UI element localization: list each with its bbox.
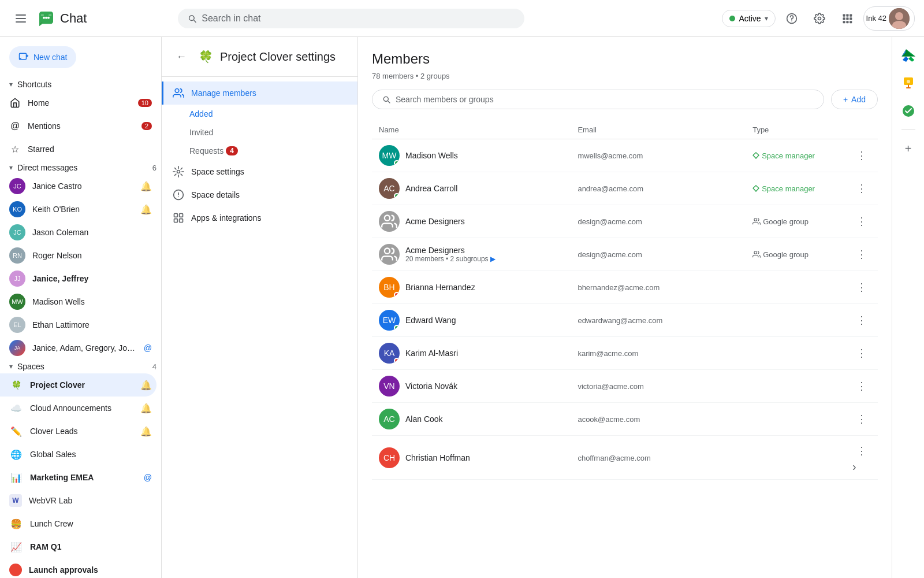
dm-section[interactable]: ▾ Direct messages 6 bbox=[0, 161, 161, 175]
member-more-button[interactable]: ⋮ bbox=[852, 344, 871, 362]
member-name-cell: AC Alan Cook bbox=[372, 403, 571, 436]
sidebar-item-janice-castro[interactable]: JC Janice Castro 🔔 bbox=[0, 175, 157, 198]
logo-wrap: Chat bbox=[37, 9, 87, 28]
member-info: KA Karim Al-Masri bbox=[379, 343, 564, 364]
member-initials: VN bbox=[383, 381, 394, 391]
new-chat-icon bbox=[18, 52, 29, 62]
member-email: victoria@acme.com bbox=[578, 382, 643, 391]
help-button[interactable] bbox=[780, 7, 803, 30]
sidebar-item-group-chat[interactable]: JA Janice, Adam, Gregory, Jose... @ bbox=[0, 336, 157, 360]
spaces-section[interactable]: ▾ Spaces 4 bbox=[0, 360, 161, 373]
member-info: AC Alan Cook bbox=[379, 409, 564, 429]
space-settings-icon bbox=[173, 166, 184, 177]
type-space-manager: Space manager bbox=[752, 184, 839, 193]
dm-section-label: Direct messages bbox=[17, 163, 77, 172]
member-more-button[interactable]: ⋮ bbox=[852, 245, 871, 264]
back-button[interactable]: ← bbox=[171, 46, 192, 67]
hamburger-menu-button[interactable] bbox=[9, 7, 32, 30]
member-email: bhernandez@acme.com bbox=[578, 283, 660, 292]
group-chat-label: Janice, Adam, Gregory, Jose... bbox=[32, 343, 137, 353]
drive-button[interactable] bbox=[897, 44, 920, 67]
add-app-button[interactable]: + bbox=[897, 137, 920, 160]
shortcuts-section[interactable]: ▾ Shortcuts bbox=[0, 77, 161, 91]
member-more-button[interactable]: ⋮ bbox=[852, 278, 871, 297]
nav-added[interactable]: Added bbox=[162, 105, 357, 123]
sidebar-item-global-sales[interactable]: 🌐 Global Sales bbox=[0, 443, 157, 466]
member-actions-cell: ⋮ bbox=[845, 403, 878, 436]
member-initials: AC bbox=[383, 184, 394, 193]
sidebar-item-roger-nelson[interactable]: RN Roger Nelson bbox=[0, 244, 157, 267]
group-type-icon bbox=[752, 217, 761, 225]
sidebar-item-jason-coleman[interactable]: JC Jason Coleman bbox=[0, 221, 157, 244]
sidebar-item-janice-jeffrey[interactable]: JJ Janice, Jeffrey bbox=[0, 267, 157, 290]
home-label: Home bbox=[28, 98, 131, 108]
roger-avatar: RN bbox=[9, 247, 25, 264]
member-name-cell: EW Edward Wang bbox=[372, 304, 571, 337]
member-more-button[interactable]: ⋮ bbox=[852, 212, 871, 231]
user-account[interactable]: Ink 42 bbox=[863, 6, 915, 31]
member-actions-cell: ⋮ bbox=[845, 370, 878, 403]
status-busy-indicator bbox=[394, 358, 400, 364]
status-online-indicator bbox=[394, 325, 400, 331]
member-more-button[interactable]: ⋮ bbox=[852, 311, 871, 329]
svg-rect-2 bbox=[16, 21, 26, 23]
project-clover-label: Project Clover bbox=[30, 380, 133, 390]
sidebar-item-ethan-lattimore[interactable]: EL Ethan Lattimore bbox=[0, 313, 157, 336]
settings-button[interactable] bbox=[808, 7, 831, 30]
sidebar-item-clover-leads[interactable]: ✏️ Clover Leads 🔔 bbox=[0, 420, 157, 443]
sidebar-item-lunch-crew[interactable]: 🍔 Lunch Crew bbox=[0, 512, 157, 535]
sidebar-item-mentions[interactable]: @ Mentions 2 bbox=[0, 114, 157, 138]
apps-button[interactable] bbox=[836, 7, 859, 30]
member-more-button[interactable]: ⋮ bbox=[852, 410, 871, 428]
janice-castro-label: Janice Castro bbox=[32, 181, 133, 191]
members-search-input[interactable] bbox=[396, 95, 814, 104]
members-search-box bbox=[372, 90, 824, 109]
nav-apps-integrations[interactable]: Apps & integrations bbox=[162, 206, 357, 229]
sidebar-item-home[interactable]: Home 10 bbox=[0, 91, 157, 114]
nav-space-details[interactable]: Space details bbox=[162, 183, 357, 206]
sidebar-item-keith-obrien[interactable]: KO Keith O'Brien 🔔 bbox=[0, 198, 157, 221]
nav-manage-members[interactable]: Manage members bbox=[162, 81, 357, 105]
add-members-button[interactable]: + Add bbox=[831, 90, 878, 109]
member-name-cell: VN Victoria Novák bbox=[372, 370, 571, 403]
search-input[interactable] bbox=[202, 13, 515, 24]
sidebar-item-starred[interactable]: ☆ Starred bbox=[0, 138, 157, 161]
user-avatar bbox=[889, 8, 910, 29]
sidebar-item-webvr[interactable]: W WebVR Lab bbox=[0, 489, 157, 512]
svg-point-33 bbox=[754, 218, 757, 221]
settings-header: ← 🍀 Project Clover settings bbox=[162, 46, 357, 77]
sidebar-item-marketing-emea[interactable]: 📊 Marketing EMEA @ bbox=[0, 466, 157, 489]
members-header: Members bbox=[372, 51, 878, 67]
sidebar-item-cloud-announcements[interactable]: ☁️ Cloud Announcements 🔔 bbox=[0, 397, 157, 420]
spaces-chevron: ▾ bbox=[9, 362, 13, 370]
nav-invited[interactable]: Invited bbox=[162, 123, 357, 142]
member-name-cell: KA Karim Al-Masri bbox=[372, 337, 571, 370]
sidebar-item-madison-wells[interactable]: MW Madison Wells bbox=[0, 290, 157, 313]
nav-space-settings[interactable]: Space settings bbox=[162, 160, 357, 183]
member-more-button[interactable]: ⋮ bbox=[852, 442, 871, 460]
marketing-label: Marketing EMEA bbox=[30, 473, 137, 482]
madison-avatar: MW bbox=[9, 294, 25, 310]
launch-label: Launch approvals bbox=[29, 565, 152, 575]
global-sales-label: Global Sales bbox=[30, 450, 152, 459]
sidebar-item-launch-approvals[interactable]: Launch approvals bbox=[0, 558, 157, 578]
status-button[interactable]: Active ▾ bbox=[722, 10, 775, 27]
keep-icon bbox=[901, 76, 915, 90]
member-more-button[interactable]: ⋮ bbox=[852, 179, 871, 198]
tasks-button[interactable] bbox=[897, 99, 920, 123]
keep-button[interactable] bbox=[897, 72, 920, 95]
member-type-cell bbox=[746, 304, 845, 337]
new-chat-button[interactable]: New chat bbox=[9, 46, 76, 68]
member-name: Brianna Hernandez bbox=[405, 283, 475, 292]
member-name-group: Alan Cook bbox=[405, 414, 443, 424]
nav-requests[interactable]: Requests 4 bbox=[162, 142, 357, 160]
member-more-button[interactable]: ⋮ bbox=[852, 146, 871, 165]
member-more-button[interactable]: ⋮ bbox=[852, 377, 871, 395]
member-info: CH Christian Hoffman bbox=[379, 447, 564, 468]
members-search-row: + Add bbox=[372, 90, 878, 109]
sidebar-item-project-clover[interactable]: 🍀 Project Clover 🔔 bbox=[0, 373, 157, 397]
member-name: Edward Wang bbox=[405, 316, 456, 325]
member-info: BH Brianna Hernandez bbox=[379, 277, 564, 298]
sidebar-item-ram-q1[interactable]: 📈 RAM Q1 bbox=[0, 535, 157, 558]
gear-icon bbox=[814, 13, 825, 24]
